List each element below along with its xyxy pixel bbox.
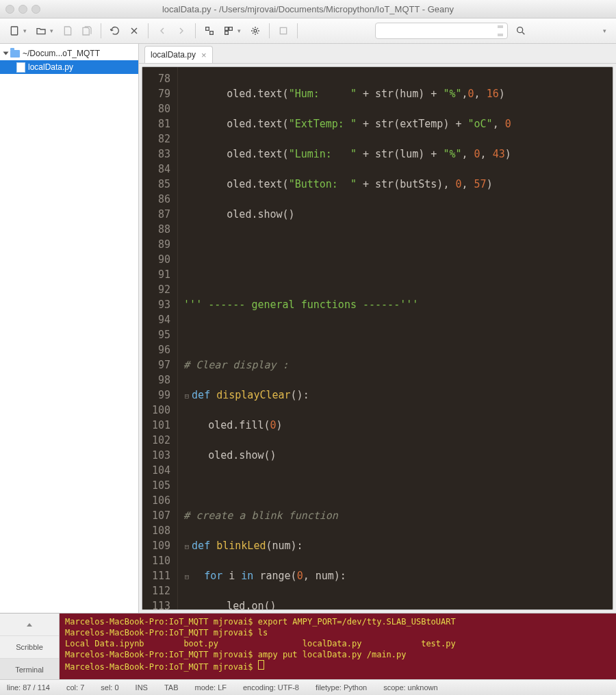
- svg-rect-0: [11, 27, 17, 35]
- editor-area: localData.py × 7879808182838485868788899…: [139, 44, 616, 613]
- terminal-cursor: [258, 660, 264, 670]
- svg-rect-1: [206, 27, 209, 31]
- sidebar: ~/Docum...oT_MQTT localData.py: [0, 44, 139, 613]
- titlebar: localData.py - /Users/mjrovai/Documents/…: [0, 0, 616, 18]
- file-label: localData.py: [28, 62, 73, 72]
- file-tree: ~/Docum...oT_MQTT localData.py: [0, 44, 138, 77]
- file-icon: [16, 62, 25, 73]
- tab-label: localData.py: [151, 50, 196, 60]
- folder-label: ~/Docum...oT_MQTT: [23, 49, 100, 58]
- status-scope: scope: unknown: [383, 683, 438, 692]
- svg-rect-4: [229, 27, 233, 31]
- close-file-button[interactable]: [125, 22, 143, 40]
- status-bar: line: 87 / 114 col: 7 sel: 0 INS TAB mod…: [0, 679, 616, 695]
- search-caps-icon: [498, 25, 503, 36]
- status-ins: INS: [136, 683, 148, 692]
- svg-rect-5: [225, 31, 229, 35]
- terminal-output[interactable]: Marcelos-MacBook-Pro:IoT_MQTT mjrovai$ e…: [60, 614, 616, 679]
- svg-point-8: [517, 27, 522, 33]
- window-controls: [5, 5, 40, 14]
- line-gutter: 7879808182838485868788899091929394959697…: [142, 67, 178, 609]
- toolbar-sep: [101, 23, 101, 38]
- main-body: ~/Docum...oT_MQTT localData.py localData…: [0, 44, 616, 613]
- close-dot[interactable]: [5, 5, 14, 14]
- svg-rect-3: [225, 27, 229, 31]
- code-editor[interactable]: 7879808182838485868788899091929394959697…: [142, 66, 613, 610]
- search-button[interactable]: [512, 22, 530, 40]
- toolbar-sep: [195, 23, 196, 38]
- reload-button[interactable]: [106, 22, 124, 40]
- compile-button[interactable]: [201, 22, 218, 40]
- status-line: line: 87 / 114: [7, 683, 50, 692]
- nav-fwd-button[interactable]: [172, 22, 190, 40]
- toolbar: ▾ ▾ ▾ ▾: [0, 18, 616, 44]
- nav-back-button[interactable]: [153, 22, 171, 40]
- color-picker-button[interactable]: [274, 22, 292, 40]
- status-enc: encoding: UTF-8: [243, 683, 299, 692]
- bottom-tabs-collapse[interactable]: [0, 614, 59, 636]
- zoom-dot[interactable]: [31, 5, 40, 14]
- toolbar-sep: [148, 23, 149, 38]
- toolbar-sep: [269, 23, 270, 38]
- status-tab: TAB: [164, 683, 179, 692]
- save-button[interactable]: [59, 22, 77, 40]
- status-filetype: filetype: Python: [316, 683, 367, 692]
- code-text[interactable]: oled.text("Hum: " + str(hum) + "%",0, 16…: [178, 67, 511, 609]
- editor-tabbar: localData.py ×: [139, 44, 616, 64]
- tab-terminal[interactable]: Terminal: [0, 659, 59, 681]
- minimize-dot[interactable]: [18, 5, 27, 14]
- chevron-up-icon: [27, 623, 32, 627]
- run-button[interactable]: [246, 22, 264, 40]
- status-sel: sel: 0: [101, 683, 118, 692]
- status-mode: mode: LF: [195, 683, 227, 692]
- disclose-icon: [3, 52, 9, 55]
- new-file-dropdown[interactable]: ▾: [23, 27, 27, 34]
- open-button[interactable]: [32, 22, 50, 40]
- window-title: localData.py - /Users/mjrovai/Documents/…: [0, 4, 616, 14]
- toolbar-overflow[interactable]: ▾: [603, 27, 606, 34]
- open-dropdown[interactable]: ▾: [50, 27, 53, 34]
- search-input[interactable]: [375, 23, 508, 39]
- editor-tab[interactable]: localData.py ×: [144, 46, 213, 63]
- app-window: localData.py - /Users/mjrovai/Documents/…: [0, 0, 616, 695]
- svg-point-6: [254, 29, 257, 32]
- tab-scribble[interactable]: Scribble: [0, 636, 59, 659]
- svg-rect-7: [280, 27, 286, 34]
- tab-close-icon[interactable]: ×: [201, 50, 207, 60]
- svg-rect-2: [210, 31, 214, 35]
- bottom-tabs: Scribble Terminal: [0, 614, 60, 679]
- new-file-button[interactable]: [5, 22, 23, 40]
- folder-icon: [10, 50, 20, 58]
- save-all-button[interactable]: [78, 22, 96, 40]
- toolbar-sep: [297, 23, 298, 38]
- build-button[interactable]: [220, 22, 238, 40]
- build-dropdown[interactable]: ▾: [238, 27, 241, 34]
- bottom-panel: Scribble Terminal Marcelos-MacBook-Pro:I…: [0, 613, 616, 679]
- tree-file-row[interactable]: localData.py: [0, 60, 138, 74]
- tree-folder-row[interactable]: ~/Docum...oT_MQTT: [0, 47, 138, 60]
- status-col: col: 7: [66, 683, 84, 692]
